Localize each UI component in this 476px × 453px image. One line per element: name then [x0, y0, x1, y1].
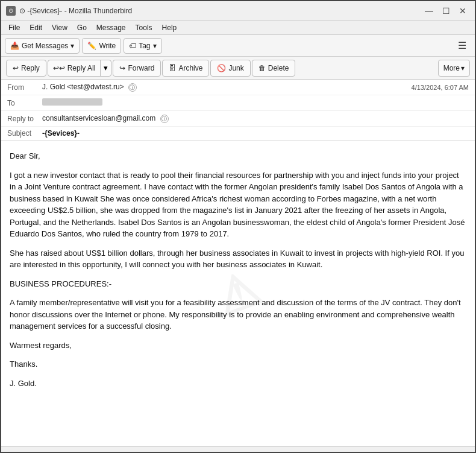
- forward-button[interactable]: ↪ Forward: [113, 60, 161, 77]
- reply-all-button[interactable]: ↩↩ Reply All: [48, 60, 101, 76]
- forward-label: Forward: [128, 64, 154, 72]
- menu-view[interactable]: View: [47, 22, 72, 33]
- reply-all-arrow[interactable]: ▾: [101, 60, 111, 76]
- get-messages-arrow[interactable]: ▾: [70, 42, 74, 50]
- more-label: More: [443, 64, 460, 72]
- window-controls: — ☐ ✕: [422, 5, 470, 17]
- menu-message[interactable]: Message: [92, 22, 131, 33]
- reply-all-split-button: ↩↩ Reply All ▾: [48, 60, 112, 77]
- menu-file[interactable]: File: [4, 22, 25, 33]
- to-label: To: [7, 99, 42, 107]
- body-paragraph-6: Thanks.: [10, 358, 466, 370]
- from-address: J. Gold <test@dwtest.ru>: [42, 83, 124, 91]
- reply-to-label: Reply to: [7, 115, 42, 123]
- delete-label: Delete: [268, 64, 289, 72]
- to-row: To: [1, 95, 475, 111]
- junk-icon: 🚫: [217, 64, 226, 72]
- tag-arrow[interactable]: ▾: [153, 42, 157, 50]
- body-paragraph-3: BUSINESS PROCEDURES:-: [10, 278, 466, 290]
- get-messages-button[interactable]: 📥 Get Messages ▾: [5, 38, 80, 54]
- tag-icon: 🏷: [129, 42, 136, 50]
- email-body-content: Dear Sir, I got a new investor contact t…: [10, 150, 466, 389]
- from-row: From J. Gold <test@dwtest.ru> ⓘ 4/13/202…: [1, 80, 475, 95]
- hamburger-menu-button[interactable]: ☰: [453, 38, 471, 53]
- body-paragraph-5: Warmest regards,: [10, 340, 466, 352]
- email-body: ⚠ Dear Sir, I got a new investor contact…: [1, 141, 475, 446]
- to-address-redacted: [42, 98, 102, 106]
- app-icon: ⊙: [6, 6, 16, 16]
- minimize-button[interactable]: —: [422, 5, 436, 17]
- reply-all-icon: ↩↩: [53, 64, 65, 72]
- tag-button[interactable]: 🏷 Tag ▾: [124, 38, 161, 54]
- chevron-down-icon: ▾: [104, 63, 108, 72]
- menu-help[interactable]: Help: [157, 22, 182, 33]
- titlebar: ⊙ ⊙ -{Sevices}- - Mozilla Thunderbird — …: [1, 1, 475, 21]
- from-label: From: [7, 83, 42, 92]
- body-paragraph-0: Dear Sir,: [10, 150, 466, 162]
- action-toolbar: ↩ Reply ↩↩ Reply All ▾ ↪ Forward 🗄 Archi…: [1, 57, 475, 80]
- contact-info-icon[interactable]: ⓘ: [128, 83, 137, 92]
- subject-value: -{Sevices}-: [42, 129, 80, 138]
- subject-label: Subject: [7, 129, 42, 138]
- delete-icon: 🗑: [258, 64, 266, 72]
- body-paragraph-2: She has raised about US$1 billion dollar…: [10, 247, 466, 271]
- body-paragraph-7: J. Gold.: [10, 378, 466, 390]
- maximize-button[interactable]: ☐: [439, 5, 453, 17]
- reply-icon: ↩: [13, 64, 19, 72]
- wifi-icon: (()): [6, 451, 15, 454]
- write-icon: ✏️: [87, 42, 96, 50]
- menu-tools[interactable]: Tools: [131, 22, 157, 33]
- body-paragraph-4: A family member/representative will visi…: [10, 297, 466, 332]
- menu-go[interactable]: Go: [72, 22, 92, 33]
- delete-button[interactable]: 🗑 Delete: [252, 60, 296, 77]
- reply-to-contact-icon[interactable]: ⓘ: [160, 115, 169, 123]
- close-button[interactable]: ✕: [456, 5, 470, 17]
- from-value: J. Gold <test@dwtest.ru> ⓘ: [42, 83, 412, 92]
- reply-to-row: Reply to consultantservicesloan@gmail.co…: [1, 111, 475, 127]
- to-value: [42, 98, 469, 107]
- window-title: ⊙ -{Sevices}- - Mozilla Thunderbird: [19, 7, 422, 15]
- archive-button[interactable]: 🗄 Archive: [162, 60, 209, 77]
- archive-label: Archive: [178, 64, 202, 72]
- get-messages-icon: 📥: [10, 42, 19, 50]
- main-toolbar: 📥 Get Messages ▾ ✏️ Write 🏷 Tag ▾ ☰: [1, 35, 475, 57]
- body-paragraph-1: I got a new investor contact that is rea…: [10, 169, 466, 240]
- reply-all-label: Reply All: [67, 64, 96, 72]
- email-header: From J. Gold <test@dwtest.ru> ⓘ 4/13/202…: [1, 80, 475, 141]
- write-button[interactable]: ✏️ Write: [82, 38, 121, 54]
- junk-label: Junk: [228, 64, 243, 72]
- tag-label: Tag: [139, 42, 150, 50]
- reply-label: Reply: [21, 64, 40, 72]
- reply-to-address: consultantservicesloan@gmail.com: [42, 114, 155, 122]
- reply-button[interactable]: ↩ Reply: [6, 60, 46, 77]
- statusbar: (()): [1, 446, 475, 453]
- archive-icon: 🗄: [169, 64, 176, 72]
- email-date: 4/13/2024, 6:07 AM: [412, 84, 469, 91]
- get-messages-label: Get Messages: [22, 42, 68, 50]
- junk-button[interactable]: 🚫 Junk: [210, 60, 250, 77]
- reply-to-value: consultantservicesloan@gmail.com ⓘ: [42, 114, 469, 124]
- more-button[interactable]: More ▾: [438, 60, 470, 77]
- menu-edit[interactable]: Edit: [25, 22, 47, 33]
- forward-icon: ↪: [119, 64, 125, 72]
- menubar: File Edit View Go Message Tools Help: [1, 21, 475, 35]
- subject-row: Subject -{Sevices}-: [1, 127, 475, 140]
- write-label: Write: [99, 42, 116, 50]
- more-arrow-icon: ▾: [461, 64, 465, 72]
